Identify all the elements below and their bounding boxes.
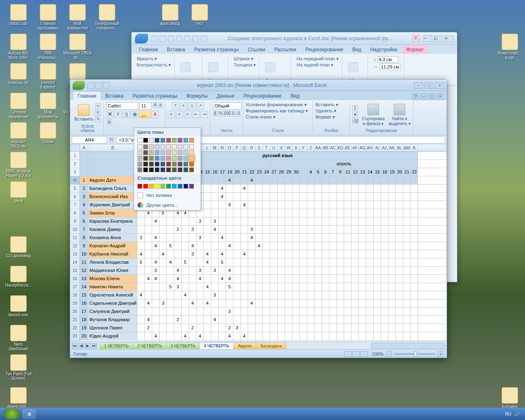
column-header[interactable]: M bbox=[211, 144, 219, 151]
cell[interactable] bbox=[263, 209, 270, 217]
cell[interactable]: апрель bbox=[270, 160, 418, 168]
cell[interactable]: Мохова Елена bbox=[88, 275, 137, 283]
cell[interactable] bbox=[388, 275, 396, 283]
cell[interactable] bbox=[248, 340, 256, 341]
cell[interactable]: 5 bbox=[219, 258, 226, 266]
cell[interactable] bbox=[292, 283, 300, 291]
color-swatch[interactable] bbox=[172, 144, 177, 149]
cell[interactable] bbox=[196, 283, 204, 291]
cell[interactable] bbox=[241, 258, 248, 266]
cell[interactable]: 18 bbox=[381, 168, 388, 176]
cell[interactable]: 3 bbox=[211, 291, 219, 299]
brightness-button[interactable]: Яркость ▾ bbox=[137, 56, 171, 62]
cell[interactable] bbox=[278, 340, 285, 341]
cell[interactable] bbox=[381, 201, 388, 209]
cell[interactable] bbox=[182, 308, 189, 315]
cell[interactable] bbox=[248, 258, 256, 266]
close-button[interactable]: × bbox=[435, 82, 444, 89]
cell[interactable] bbox=[263, 258, 270, 266]
cell[interactable] bbox=[211, 201, 219, 209]
crop-icon[interactable] bbox=[348, 62, 358, 72]
cell[interactable] bbox=[196, 324, 204, 332]
cell[interactable] bbox=[329, 340, 337, 341]
cell[interactable] bbox=[256, 340, 263, 341]
cell[interactable] bbox=[248, 283, 256, 291]
cell[interactable] bbox=[374, 308, 381, 315]
color-swatch[interactable] bbox=[172, 167, 177, 172]
cell[interactable] bbox=[307, 242, 315, 250]
cell[interactable]: 29 bbox=[285, 168, 292, 176]
cell[interactable] bbox=[204, 201, 211, 209]
cell[interactable] bbox=[233, 176, 241, 184]
color-swatch[interactable] bbox=[160, 150, 165, 155]
cell[interactable] bbox=[204, 291, 211, 299]
cell[interactable] bbox=[211, 275, 219, 283]
cell[interactable] bbox=[359, 324, 366, 332]
cell[interactable] bbox=[300, 283, 307, 291]
cell[interactable] bbox=[270, 193, 278, 201]
cell[interactable] bbox=[196, 226, 204, 233]
cell[interactable]: 3 bbox=[196, 267, 204, 274]
column-header[interactable]: O bbox=[226, 144, 233, 151]
cell[interactable]: 4 bbox=[189, 299, 196, 307]
cell[interactable] bbox=[256, 258, 263, 266]
comma-icon[interactable]: 000 bbox=[224, 111, 230, 116]
color-swatch[interactable] bbox=[178, 184, 183, 189]
cell[interactable] bbox=[366, 234, 374, 242]
cell[interactable] bbox=[160, 291, 167, 299]
cell[interactable] bbox=[80, 168, 88, 176]
cell[interactable] bbox=[403, 340, 411, 341]
color-swatch[interactable] bbox=[143, 167, 148, 172]
cell[interactable] bbox=[167, 275, 174, 283]
cell[interactable] bbox=[248, 332, 256, 340]
cell[interactable] bbox=[278, 217, 285, 225]
cell[interactable] bbox=[256, 267, 263, 274]
cell[interactable] bbox=[300, 168, 307, 176]
color-swatch[interactable] bbox=[166, 167, 171, 172]
cell[interactable]: Однолетков Алексей bbox=[88, 291, 137, 299]
undo-icon[interactable] bbox=[95, 82, 102, 89]
cell[interactable] bbox=[307, 234, 315, 242]
cell[interactable] bbox=[403, 308, 411, 315]
cell[interactable]: 4 bbox=[226, 332, 233, 340]
cell[interactable] bbox=[374, 299, 381, 307]
cell[interactable] bbox=[278, 185, 285, 192]
cell[interactable] bbox=[292, 340, 300, 341]
cell[interactable] bbox=[359, 234, 366, 242]
cell[interactable] bbox=[174, 308, 182, 315]
cell[interactable] bbox=[315, 332, 322, 340]
cell[interactable] bbox=[226, 291, 233, 299]
cell[interactable]: 12 bbox=[80, 267, 88, 274]
sheet-nav-prev[interactable]: ◀ bbox=[78, 343, 84, 349]
cell[interactable]: 4 bbox=[160, 250, 167, 258]
cell[interactable]: Юдин Андрей bbox=[88, 332, 137, 340]
ribbon-tab[interactable]: Вид bbox=[348, 46, 365, 54]
zoom-percent[interactable]: 100% bbox=[372, 352, 383, 356]
cell[interactable] bbox=[300, 217, 307, 225]
color-swatch[interactable] bbox=[166, 150, 171, 155]
column-header[interactable]: U bbox=[270, 144, 278, 151]
cell[interactable] bbox=[189, 275, 196, 283]
cell[interactable] bbox=[307, 258, 315, 266]
cell[interactable] bbox=[403, 193, 411, 201]
cell[interactable] bbox=[307, 185, 315, 192]
cell[interactable]: 4 bbox=[152, 217, 160, 225]
color-swatch[interactable] bbox=[189, 167, 194, 172]
cell[interactable] bbox=[396, 316, 403, 324]
cell[interactable] bbox=[137, 267, 145, 274]
color-swatch[interactable] bbox=[166, 156, 171, 161]
cell[interactable] bbox=[307, 308, 315, 315]
cell[interactable] bbox=[403, 201, 411, 209]
cell[interactable]: 17 bbox=[80, 308, 88, 315]
cell[interactable] bbox=[396, 242, 403, 250]
cell[interactable] bbox=[226, 193, 233, 201]
cell[interactable] bbox=[189, 234, 196, 242]
cell[interactable]: 4 bbox=[204, 299, 211, 307]
cell[interactable]: 21 bbox=[241, 168, 248, 176]
cell[interactable] bbox=[174, 299, 182, 307]
desktop-icon[interactable]: кроссворд bbox=[156, 4, 185, 26]
cell[interactable] bbox=[189, 316, 196, 324]
row-header[interactable]: 13 bbox=[70, 250, 80, 258]
cell[interactable] bbox=[359, 226, 366, 233]
cell[interactable] bbox=[182, 324, 189, 332]
